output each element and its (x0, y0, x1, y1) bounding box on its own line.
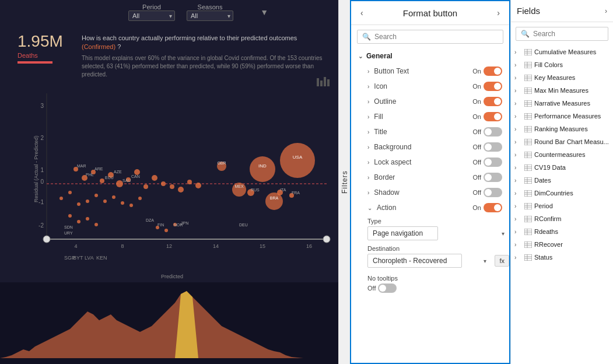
fill-row[interactable]: › Fill On (351, 109, 509, 124)
field-table-icon (524, 176, 532, 184)
svg-point-29 (161, 181, 166, 186)
general-section-header[interactable]: ⌄ General (351, 48, 509, 64)
format-panel-nav: ‹ (358, 7, 366, 19)
outline-toggle-group: On (472, 97, 502, 106)
border-chevron-group: › Border (367, 173, 395, 181)
svg-point-66 (86, 217, 89, 220)
field-item[interactable]: › RRecover (511, 238, 613, 251)
background-row[interactable]: › Background Off (351, 139, 509, 155)
destination-select-row: Choropleth - Recovered fx (367, 254, 509, 268)
svg-point-54 (68, 191, 72, 194)
format-panel-title: Format button (403, 8, 457, 18)
fill-chevron-group: › Fill (367, 113, 383, 121)
button-text-row[interactable]: › Button Text On (351, 64, 509, 79)
background-toggle-group: Off (473, 142, 502, 152)
title-row[interactable]: › Title Off (351, 124, 509, 139)
field-table-icon (524, 99, 532, 107)
field-item[interactable]: › DimCountries (511, 187, 613, 200)
field-item[interactable]: › Countermeasures (511, 148, 613, 161)
field-item[interactable]: › Round Bar Chart Measu... (511, 135, 613, 148)
icon-label: Icon (374, 82, 387, 90)
action-sub-section: Type Page navigation Bookmark Web URL Q&… (351, 215, 509, 268)
no-tooltips-toggle[interactable] (378, 284, 397, 293)
svg-point-67 (94, 223, 98, 226)
field-item[interactable]: › RConfirm (511, 212, 613, 225)
field-item[interactable]: › Period (511, 200, 613, 212)
format-search-input[interactable] (374, 33, 498, 41)
lock-aspect-toggle[interactable] (484, 158, 502, 167)
stat-number: 1.95M (17, 32, 63, 51)
shadow-expand-icon: › (367, 190, 369, 196)
type-select-row: Page navigation Bookmark Web URL Q&A Dri… (367, 226, 509, 240)
svg-text:0: 0 (40, 178, 44, 185)
destination-select[interactable]: Choropleth - Recovered (367, 254, 462, 268)
title-expand-icon: › (367, 129, 369, 135)
filters-label: Filters (341, 170, 349, 194)
action-chevron-group: ⌄ Action (367, 204, 396, 212)
field-item[interactable]: › Max Min Measures (511, 84, 613, 97)
svg-rect-113 (524, 126, 532, 132)
fields-search-input[interactable] (533, 30, 603, 38)
field-table-icon (524, 189, 532, 197)
back-arrow-button[interactable]: ‹ (358, 7, 366, 19)
svg-rect-97 (524, 75, 532, 81)
shadow-toggle[interactable] (484, 188, 502, 197)
icon-row[interactable]: › Icon On (351, 79, 509, 94)
lock-aspect-row[interactable]: › Lock aspect Off (351, 155, 509, 170)
action-row[interactable]: ⌄ Action On (351, 200, 509, 215)
fields-expand-icon[interactable]: › (605, 7, 607, 15)
action-toggle[interactable] (484, 203, 502, 212)
svg-point-46 (280, 143, 315, 178)
background-toggle[interactable] (484, 142, 502, 152)
stat-label: Deaths (17, 52, 63, 59)
type-label: Type (367, 218, 509, 225)
border-toggle[interactable] (484, 173, 502, 182)
fill-toggle[interactable] (484, 112, 502, 121)
svg-point-27 (143, 184, 148, 189)
field-item[interactable]: › Status (511, 251, 613, 264)
title-toggle-group: Off (473, 127, 502, 136)
svg-text:GBR: GBR (217, 161, 226, 165)
seasons-select[interactable]: All (187, 10, 233, 21)
svg-point-65 (77, 220, 80, 223)
viz-question: How is each country actually performing … (82, 34, 332, 79)
shadow-row[interactable]: › Shadow Off (351, 185, 509, 200)
button-text-toggle-group: On (472, 66, 502, 76)
svg-text:MEX: MEX (234, 184, 244, 188)
filters-tab[interactable]: Filters (338, 0, 350, 364)
svg-text:RUS: RUS (251, 188, 260, 192)
svg-point-55 (59, 197, 63, 200)
field-item[interactable]: › Fill Colors (511, 58, 613, 71)
type-select[interactable]: Page navigation Bookmark Web URL Q&A Dri… (367, 226, 438, 240)
field-item[interactable]: › Key Measures (511, 71, 613, 84)
field-item[interactable]: › Ranking Measures (511, 123, 613, 135)
button-text-toggle[interactable] (484, 66, 502, 76)
icon-toggle[interactable] (484, 82, 502, 91)
title-toggle[interactable] (484, 127, 502, 136)
fields-list: › Cumulative Measures › Fill Colors › (511, 46, 613, 364)
field-expand-icon: › (514, 216, 521, 222)
title-state: Off (473, 128, 481, 135)
field-item[interactable]: › Rdeaths (511, 225, 613, 238)
field-item[interactable]: › Cumulative Measures (511, 46, 613, 58)
forward-arrow-button[interactable]: › (495, 7, 502, 19)
border-row[interactable]: › Border Off (351, 170, 509, 185)
svg-point-31 (178, 187, 184, 192)
outline-row[interactable]: › Outline On (351, 94, 509, 109)
lock-aspect-label: Lock aspect (374, 158, 411, 166)
outline-toggle[interactable] (484, 97, 502, 106)
svg-rect-125 (524, 164, 532, 171)
field-expand-icon: › (514, 190, 521, 197)
lock-aspect-expand-icon: › (367, 159, 369, 166)
field-item[interactable]: › Dates (511, 174, 613, 187)
fx-button[interactable]: fx (495, 255, 509, 267)
period-group: Period All (128, 4, 175, 21)
button-text-chevron-group: › Button Text (367, 67, 409, 75)
field-item[interactable]: › Narrative Measures (511, 97, 613, 110)
field-item[interactable]: › CV19 Data (511, 161, 613, 174)
question-highlight: (Confirmed) (82, 43, 115, 50)
period-select[interactable]: All (128, 10, 175, 21)
svg-rect-137 (524, 203, 532, 209)
field-item[interactable]: › Performance Measures (511, 110, 613, 123)
border-toggle-group: Off (473, 173, 502, 182)
